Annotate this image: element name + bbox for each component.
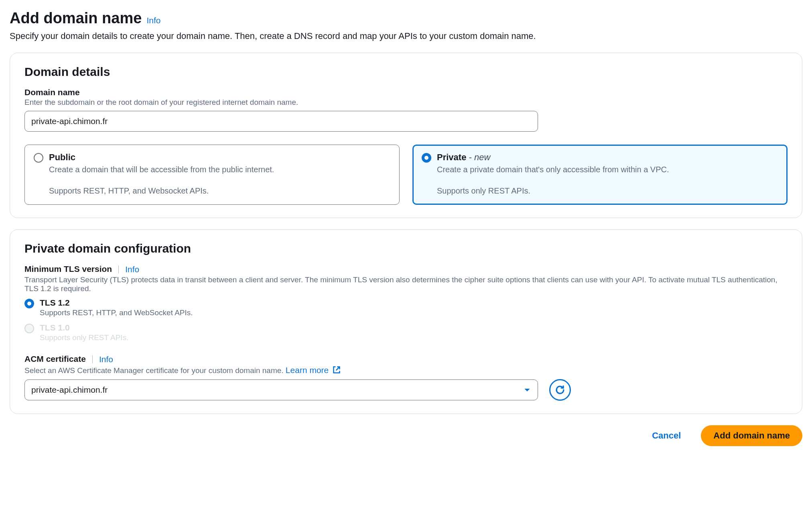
refresh-button[interactable] <box>549 379 571 401</box>
caret-down-icon <box>524 385 530 395</box>
tls-option-10: TLS 1.0 Supports only REST APIs. <box>24 323 788 342</box>
cancel-button[interactable]: Cancel <box>650 430 683 441</box>
private-card-desc: Create a private domain that's only acce… <box>437 165 778 174</box>
refresh-icon <box>555 385 565 395</box>
page-subtitle: Specify your domain details to create yo… <box>10 31 802 41</box>
domain-details-panel: Domain details Domain name Enter the sub… <box>10 53 802 218</box>
footer-actions: Cancel Add domain name <box>10 425 802 446</box>
radio-icon <box>24 324 34 333</box>
tls-radio-list: TLS 1.2 Supports REST, HTTP, and WebSock… <box>24 298 788 342</box>
page-info-link[interactable]: Info <box>146 16 160 25</box>
private-card-title: Private - new <box>437 152 778 163</box>
tls-option-12[interactable]: TLS 1.2 Supports REST, HTTP, and WebSock… <box>24 298 788 317</box>
domain-type-public-card[interactable]: Public Create a domain that will be acce… <box>24 145 400 205</box>
page-header: Add domain name Info <box>10 10 802 27</box>
domain-name-label: Domain name <box>24 88 788 97</box>
tls-12-sub: Supports REST, HTTP, and WebSocket APIs. <box>40 308 193 317</box>
acm-help: Select an AWS Certificate Manager certif… <box>24 365 788 375</box>
private-card-supports: Supports only REST APIs. <box>437 186 778 196</box>
domain-type-private-card[interactable]: Private - new Create a private domain th… <box>412 145 788 205</box>
separator <box>92 355 93 363</box>
acm-info-link[interactable]: Info <box>99 355 113 364</box>
acm-label: ACM certificate <box>24 354 86 364</box>
domain-name-help: Enter the subdomain or the root domain o… <box>24 98 788 107</box>
radio-icon <box>24 299 34 308</box>
tls-12-label: TLS 1.2 <box>40 298 193 308</box>
tls-help: Transport Layer Security (TLS) protects … <box>24 275 788 293</box>
tls-label: Minimum TLS version <box>24 264 112 274</box>
new-badge: - new <box>466 152 490 162</box>
separator <box>118 265 119 273</box>
acm-select-value: private-api.chimon.fr <box>31 385 108 395</box>
acm-learn-more-link[interactable]: Learn more <box>286 365 341 375</box>
public-card-title: Public <box>49 152 390 163</box>
acm-certificate-select[interactable]: private-api.chimon.fr <box>24 379 538 400</box>
external-link-icon <box>333 366 341 374</box>
radio-icon <box>34 153 43 163</box>
tls-info-link[interactable]: Info <box>125 265 139 274</box>
domain-details-title: Domain details <box>24 65 788 79</box>
radio-icon <box>422 153 431 163</box>
domain-type-row: Public Create a domain that will be acce… <box>24 145 788 205</box>
private-config-panel: Private domain configuration Minimum TLS… <box>10 229 802 414</box>
public-card-supports: Supports REST, HTTP, and Websocket APIs. <box>49 186 390 196</box>
tls-10-sub: Supports only REST APIs. <box>40 333 128 342</box>
public-card-desc: Create a domain that will be accessible … <box>49 165 390 174</box>
tls-10-label: TLS 1.0 <box>40 323 128 332</box>
private-config-title: Private domain configuration <box>24 242 788 255</box>
add-domain-name-button[interactable]: Add domain name <box>701 425 802 446</box>
domain-name-input[interactable] <box>24 111 538 132</box>
page-title: Add domain name <box>10 10 142 27</box>
